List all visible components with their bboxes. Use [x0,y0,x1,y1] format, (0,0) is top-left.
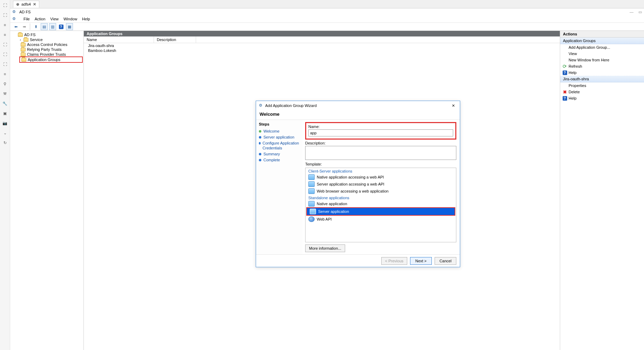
template-label: Native application accessing a web API [317,175,384,179]
rail-expand-icon[interactable]: ⛶ [2,12,8,18]
col-description[interactable]: Description [154,36,196,43]
action-add-application-group[interactable]: Add Application Group... [560,44,644,51]
tree-label: Relying Party Trusts [27,47,61,52]
rail-menu-icon[interactable]: ≡ [2,22,8,28]
name-input[interactable] [308,129,453,136]
rail-wrench-icon[interactable]: 🔧 [2,100,8,107]
next-button[interactable]: Next > [410,257,432,265]
step-welcome[interactable]: Welcome [259,128,300,134]
tree-application-groups[interactable]: Application Groups [19,56,83,63]
tree-root[interactable]: AD FS [10,32,83,37]
rail-menu-icon[interactable]: ≡ [2,71,8,77]
expander-icon[interactable]: › [19,38,22,42]
col-name[interactable]: Name [84,36,154,43]
tab-adfs4[interactable]: ⊕ adfs4 ✕ [13,1,39,8]
template-web-api[interactable]: Web API [306,216,456,223]
rail-tool-icon[interactable]: ⚒ [2,90,8,97]
rail-camera-icon[interactable]: 📷 [2,120,8,126]
tab-bar: ⊕ adfs4 ✕ [10,0,644,8]
toolbar-pane-icon[interactable]: ▤ [41,23,48,30]
menu-view[interactable]: View [50,17,59,21]
app-icon [308,201,315,207]
rail-search-icon[interactable]: ⚲ [2,81,8,87]
app-icon [308,188,315,194]
list-item[interactable]: Bamboo-Lokesh [84,48,560,53]
rail-refresh-icon[interactable]: ↻ [2,140,8,146]
action-help[interactable]: ?Help [560,69,644,76]
folder-icon [24,38,28,42]
template-server-webapi[interactable]: Server application accessing a web API [306,181,456,188]
template-server-app[interactable]: Server application [307,208,455,215]
action-refresh[interactable]: ⟳Refresh [560,63,644,69]
action-new-window[interactable]: New Window from Here [560,57,644,63]
step-dot-icon [259,142,261,144]
tree-relying-party[interactable]: Relying Party Trusts [10,47,83,52]
action-delete[interactable]: ✖Delete [560,89,644,95]
maximize-icon[interactable]: ▭ [638,10,642,14]
tree-claims-provider[interactable]: Claims Provider Trusts [10,52,83,57]
tree-label: Access Control Policies [27,42,67,47]
tab-close-icon[interactable]: ✕ [33,2,36,7]
description-input[interactable] [305,146,456,160]
action-view[interactable]: View [560,51,644,57]
previous-button: < Previous [381,257,407,265]
ide-left-rail: ⛶ ⛶ ≡ ≡ ⛶ ⛶ ⛶ ≡ ⚲ ⚒ 🔧 ▣ 📷 ⌄ ↻ [0,0,10,350]
toolbar-pane-icon[interactable]: ▥ [49,23,56,30]
template-webbrowser-webapp[interactable]: Web browser accessing a web application [306,188,456,195]
template-label: Server application [318,209,349,214]
description-label: Description: [305,141,456,145]
action-label: Help [569,70,577,75]
step-summary[interactable]: Summary [259,151,300,157]
action-label: View [569,52,577,56]
actions-pane: Actions Application Groups Add Applicati… [560,31,644,350]
rail-expand-icon[interactable]: ⛶ [2,41,8,48]
rail-expand-icon[interactable]: ⛶ [2,51,8,58]
template-section-standalone: Standalone applications [306,195,456,200]
cancel-button[interactable]: Cancel [435,257,456,265]
menu-file[interactable]: File [24,17,30,21]
rail-panel-icon[interactable]: ▣ [2,110,8,116]
tree-access-control[interactable]: Access Control Policies [10,42,83,47]
toolbar-up-icon[interactable]: ⬆ [32,23,39,30]
help-icon: ? [562,70,567,75]
action-label: Delete [569,90,580,94]
template-list: Client-Server applications Native applic… [305,168,456,242]
action-help-2[interactable]: ?Help [560,95,644,101]
rail-expand-icon[interactable]: ⛶ [2,61,8,67]
toolbar-pane-icon[interactable]: ▦ [66,23,73,30]
action-label: New Window from Here [569,58,609,62]
step-complete[interactable]: Complete [259,157,300,163]
step-dot-icon [259,130,261,133]
help-icon: ? [562,96,567,101]
dialog-body: Steps Welcome Server application Configu… [256,120,460,254]
minimize-icon[interactable]: — [630,10,633,14]
dialog-close-icon[interactable]: ✕ [449,102,457,109]
step-server-app[interactable]: Server application [259,134,300,140]
menu-action[interactable]: Action [35,17,46,21]
template-label: Native application [317,202,347,206]
template-native-webapi[interactable]: Native application accessing a web API [306,174,456,181]
template-server-highlight: Server application [306,207,455,216]
rail-menu-icon[interactable]: ≡ [2,32,8,38]
action-properties[interactable]: Properties [560,82,644,89]
step-dot-icon [259,153,261,155]
tree-service[interactable]: › Service [10,37,83,42]
actions-header: Actions [560,31,644,38]
rail-expand-icon[interactable]: ⛶ [2,2,8,8]
template-section-client-server: Client-Server applications [306,168,456,174]
mmc-icon [12,16,17,21]
delete-icon: ✖ [562,89,567,94]
wizard-form: Name: Description: Template: Client-Serv… [302,120,460,254]
toolbar-help-icon[interactable]: ? [58,23,65,30]
step-configure-credentials[interactable]: Configure Application Credentials [259,140,300,151]
menu-help[interactable]: Help [82,17,90,21]
app-icon [308,181,315,187]
nav-forward-icon[interactable]: ➡ [21,23,28,30]
more-info-button[interactable]: More information... [305,244,345,252]
action-label: Properties [569,83,586,88]
nav-back-icon[interactable]: ⬅ [12,23,19,30]
rail-chevron-down-icon[interactable]: ⌄ [2,130,8,136]
list-item[interactable]: Jira-oauth-shra [84,43,560,48]
menu-window[interactable]: Window [63,17,77,21]
template-native-app[interactable]: Native application [306,200,456,207]
